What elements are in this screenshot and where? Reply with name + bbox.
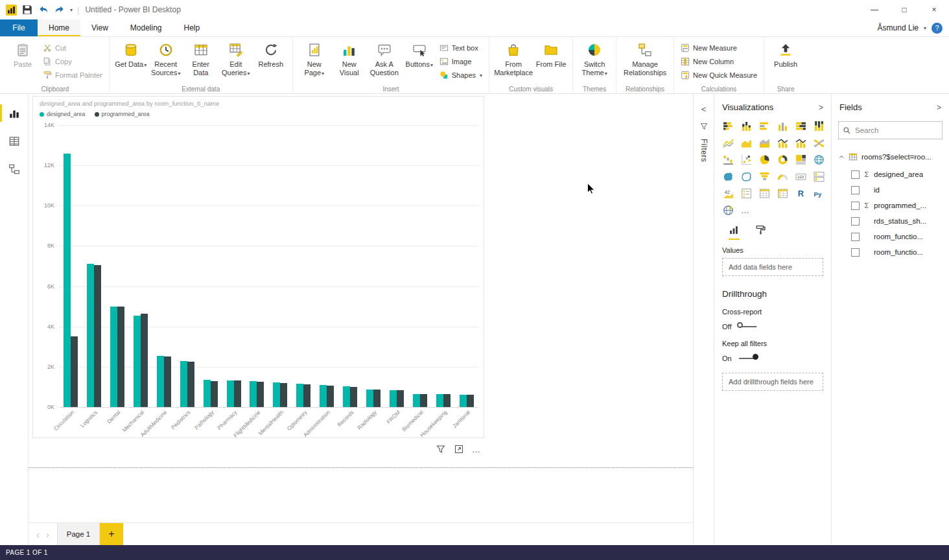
chart-bar[interactable]	[94, 265, 101, 407]
legend-item[interactable]: designed_area	[40, 111, 86, 117]
buttons-button[interactable]: Buttons▾	[403, 40, 436, 71]
chart-bar[interactable]	[180, 361, 187, 407]
stacked-area-chart-icon[interactable]	[756, 135, 772, 150]
fields-tab[interactable]	[729, 224, 740, 240]
chart-bar[interactable]	[117, 307, 124, 407]
card-icon[interactable]: 123	[793, 169, 808, 184]
matrix-icon[interactable]	[775, 186, 790, 201]
add-drillthrough-fields-dropzone[interactable]: Add drillthrough fields here	[722, 373, 823, 391]
field-item[interactable]: Σroom_functio...	[832, 244, 949, 260]
chart-bar[interactable]	[296, 384, 303, 407]
chart-bar[interactable]	[327, 386, 334, 407]
stacked-column-chart-icon[interactable]	[738, 119, 754, 134]
line-chart-icon[interactable]	[720, 135, 736, 150]
shapes-button[interactable]: Shapes ▾	[438, 70, 484, 80]
user-name[interactable]: Åsmund Lie	[878, 23, 919, 32]
gauge-icon[interactable]	[775, 169, 790, 184]
from-marketplace-button[interactable]: From Marketplace	[494, 40, 533, 78]
chart-bar[interactable]	[420, 394, 427, 407]
100-stacked-bar-chart-icon[interactable]	[793, 119, 808, 134]
page-tab-page1[interactable]: Page 1	[57, 523, 100, 545]
text-box-button[interactable]: Text box	[438, 43, 484, 53]
chart-bar[interactable]	[280, 383, 287, 407]
new-visual-button[interactable]: New Visual	[333, 40, 366, 78]
chart-bar[interactable]	[250, 381, 257, 407]
from-file-button[interactable]: From File	[534, 40, 568, 71]
visual-more-options-icon[interactable]: …	[472, 445, 481, 454]
field-checkbox[interactable]	[851, 233, 860, 241]
copy-button[interactable]: Copy	[41, 56, 104, 67]
shape-map-icon[interactable]	[738, 169, 754, 184]
donut-chart-icon[interactable]	[775, 152, 790, 167]
quick-access-caret-icon[interactable]: ▾	[70, 7, 73, 13]
paste-button[interactable]: Paste	[6, 40, 40, 71]
field-checkbox[interactable]	[851, 248, 860, 257]
keep-all-filters-toggle[interactable]	[738, 354, 758, 362]
chart-bar[interactable]	[141, 314, 148, 407]
chart-bar[interactable]	[320, 385, 327, 407]
enter-data-button[interactable]: Enter Data	[184, 40, 218, 78]
switch-theme-button[interactable]: Switch Theme▾	[578, 40, 611, 78]
tab-modeling[interactable]: Modeling	[119, 19, 173, 36]
image-button[interactable]: Image	[438, 56, 484, 67]
table-icon[interactable]	[756, 186, 772, 201]
prev-page-button[interactable]: ‹	[36, 529, 40, 540]
python-visual-icon[interactable]: Py	[811, 186, 826, 201]
map-icon[interactable]	[811, 152, 826, 167]
cut-button[interactable]: Cut	[41, 43, 104, 53]
user-caret-icon[interactable]: ▾	[924, 25, 926, 31]
chart-bar[interactable]	[397, 390, 404, 407]
chart-bar[interactable]	[443, 394, 451, 407]
visual-filter-icon[interactable]	[436, 444, 446, 454]
new-page-tab-button[interactable]: +	[100, 523, 123, 545]
chart-bar[interactable]	[157, 356, 164, 407]
more-visuals-icon[interactable]: …	[738, 203, 754, 218]
field-item[interactable]: Σrds_status_sh...	[832, 213, 949, 229]
chart-bar[interactable]	[350, 387, 357, 407]
chart-bar[interactable]	[87, 264, 94, 407]
publish-button[interactable]: Publish	[769, 40, 803, 71]
field-item[interactable]: Σprogrammed_...	[832, 198, 949, 213]
filters-pane-title[interactable]: Filters	[699, 139, 709, 162]
new-measure-button[interactable]: New Measure	[679, 43, 759, 53]
undo-icon[interactable]	[38, 4, 49, 16]
fields-search-box[interactable]	[838, 121, 943, 139]
edit-queries-button[interactable]: Edit Queries▾	[219, 40, 253, 78]
chart-bar[interactable]	[187, 362, 194, 407]
report-page[interactable]: designed_area and programmed_area by roo…	[29, 94, 693, 468]
maximize-button[interactable]: □	[889, 0, 919, 19]
minimize-button[interactable]: —	[860, 0, 889, 19]
tab-view[interactable]: View	[80, 19, 119, 36]
field-checkbox[interactable]	[851, 186, 860, 194]
line-and-clustered-column-chart-icon[interactable]	[793, 135, 808, 150]
table-item-rooms[interactable]: rooms?$select=roo...	[832, 148, 949, 165]
chart-bar[interactable]	[204, 380, 211, 407]
new-column-button[interactable]: New Column	[679, 56, 759, 67]
help-icon[interactable]: ?	[931, 23, 943, 34]
format-painter-button[interactable]: Format Painter	[41, 70, 104, 80]
field-item[interactable]: Σdesigned_area	[832, 167, 949, 182]
chart-bar[interactable]	[164, 356, 171, 407]
scatter-chart-icon[interactable]	[738, 152, 754, 167]
chart-bar[interactable]	[273, 382, 280, 407]
pie-chart-icon[interactable]	[756, 152, 772, 167]
funnel-icon[interactable]	[756, 169, 772, 184]
r-script-visual-icon[interactable]: R	[793, 186, 808, 201]
ribbon-chart-icon[interactable]	[811, 135, 826, 150]
format-tab[interactable]	[755, 224, 766, 240]
close-button[interactable]: ×	[919, 0, 949, 19]
chart-bar[interactable]	[234, 380, 241, 407]
clustered-bar-chart-icon[interactable]	[756, 119, 772, 134]
redo-icon[interactable]	[54, 4, 65, 16]
100-stacked-column-chart-icon[interactable]	[811, 119, 826, 134]
get-data-button[interactable]: Get Data▾	[114, 40, 148, 71]
chart-bar[interactable]	[64, 154, 71, 408]
refresh-button[interactable]: Refresh	[254, 40, 288, 71]
tab-home[interactable]: Home	[38, 19, 80, 36]
manage-relationships-button[interactable]: Manage Relationships	[621, 40, 669, 78]
chart-bar[interactable]	[303, 384, 310, 407]
field-item[interactable]: Σroom_functio...	[832, 229, 949, 244]
report-canvas[interactable]: designed_area and programmed_area by roo…	[29, 94, 693, 545]
new-quick-measure-button[interactable]: New Quick Measure	[679, 70, 759, 80]
collapse-visualizations-icon[interactable]: >	[819, 103, 823, 112]
